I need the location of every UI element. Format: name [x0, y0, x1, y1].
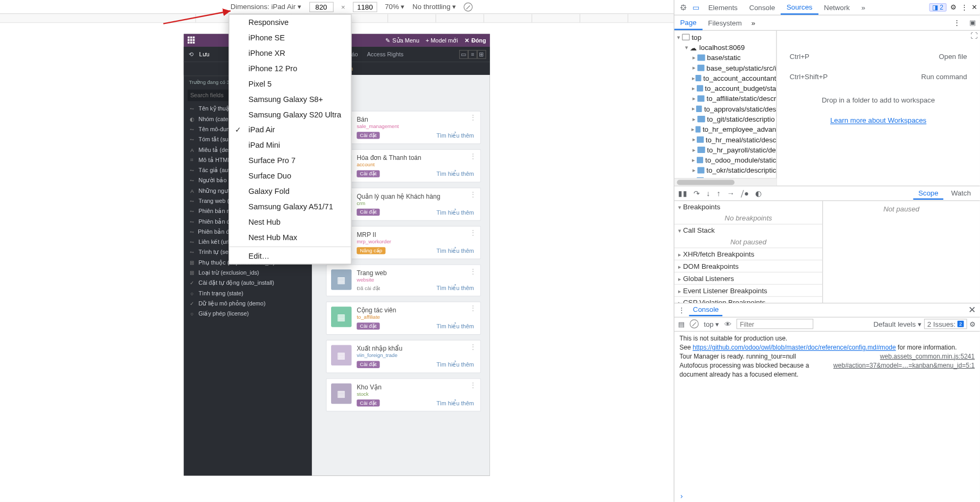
subtab-filesystem[interactable]: Filesystem	[703, 16, 748, 29]
throttling-dropdown[interactable]: No throttling ▾	[412, 3, 456, 11]
tree-row[interactable]: ▸to_git/static/descriptio	[674, 114, 776, 124]
device-menu-item[interactable]: Galaxy Fold	[229, 184, 351, 199]
open-file-action[interactable]: Open file	[939, 53, 967, 60]
field-row[interactable]: ✓Dữ liệu mô phỏng (demo)	[184, 299, 312, 309]
issues-box[interactable]: 2 Issues:2	[924, 319, 967, 329]
tree-row[interactable]: ▸to_odoo_module/static	[674, 155, 776, 165]
module-card[interactable]: ▦Cộng tác viênto_affiliateCài đặtTìm hiể…	[326, 302, 481, 335]
card-menu-icon[interactable]: ⋮	[470, 305, 476, 312]
section-header[interactable]: CSP Violation Breakpoints	[674, 297, 822, 303]
console-prompt[interactable]: ›	[674, 491, 980, 501]
device-menu-edit[interactable]: Edit…	[229, 249, 351, 264]
card-badge[interactable]: Cài đặt	[357, 209, 379, 216]
width-input[interactable]	[309, 2, 333, 12]
subnav-access[interactable]: Access Rights	[367, 51, 404, 57]
device-menu-item[interactable]: Samsung Galaxy S8+	[229, 91, 351, 107]
device-menu-item[interactable]: Samsung Galaxy A51/71	[229, 199, 351, 215]
debugger-section[interactable]: DOM Breakpoints	[674, 260, 822, 273]
levels-dropdown[interactable]: Default levels ▾	[873, 320, 921, 328]
tree-row[interactable]: ▸to_okr/static/descriptic	[674, 165, 776, 175]
card-menu-icon[interactable]: ⋮	[470, 114, 476, 121]
sources-more-icon[interactable]: ⋮	[949, 16, 966, 29]
tree-row[interactable]: ▸to_hr_payroll/static/de	[674, 144, 776, 155]
console-source-link[interactable]: web#action=37&model=…=kanban&menu_id=5:1	[833, 361, 975, 370]
device-menu-item[interactable]: Nest Hub Max	[229, 230, 351, 245]
tree-row[interactable]: ▸to_affiliate/static/descr	[674, 93, 776, 104]
card-menu-icon[interactable]: ⋮	[470, 152, 476, 159]
run-cmd-action[interactable]: Run command	[921, 73, 967, 80]
card-badge[interactable]: Cài đặt	[357, 322, 379, 329]
device-menu-item[interactable]: Responsive	[229, 15, 351, 30]
step-over-icon[interactable]: ↷	[694, 189, 700, 198]
devtools-more-icon[interactable]: ⋮	[961, 3, 968, 12]
card-menu-icon[interactable]: ⋮	[470, 343, 476, 350]
tab-sources[interactable]: Sources	[781, 1, 818, 15]
tabs-overflow-icon[interactable]: »	[856, 1, 871, 14]
expand-icon[interactable]: ⛶	[970, 32, 977, 39]
console-filter-input[interactable]	[737, 319, 814, 329]
save-button[interactable]: Lưu	[199, 51, 209, 57]
tab-network[interactable]: Network	[818, 1, 855, 14]
close-button[interactable]: ✕ Đóng	[464, 37, 486, 44]
context-dropdown[interactable]: top ▾	[704, 320, 719, 328]
debugger-section[interactable]: CSP Violation Breakpoints	[674, 297, 822, 303]
debugger-section[interactable]: BreakpointsNo breakpoints	[674, 201, 822, 225]
apps-icon[interactable]	[188, 37, 195, 44]
device-menu-item[interactable]: iPhone XR	[229, 46, 351, 61]
device-menu-item[interactable]: Samsung Galaxy S20 Ultra	[229, 107, 351, 122]
subtab-overflow-icon[interactable]: »	[748, 16, 759, 29]
tree-row[interactable]: ▸to_hr_employee_advan	[674, 124, 776, 134]
learn-more-link[interactable]: Tìm hiểu thêm	[436, 362, 474, 368]
debugger-section[interactable]: XHR/fetch Breakpoints	[674, 248, 822, 260]
device-menu-item[interactable]: Surface Duo	[229, 168, 351, 184]
dimensions-dropdown[interactable]: Dimensions: iPad Air ▾	[231, 3, 301, 11]
console-link[interactable]: https://github.com/odoo/owl/blob/master/…	[692, 343, 895, 350]
pause-exceptions-icon[interactable]: ◐	[755, 189, 762, 198]
workspace-learn-link[interactable]: Learn more about Workspaces	[830, 116, 926, 124]
module-card[interactable]: ▦Kho VậnstockCài đặtTìm hiểu thêm⋮	[326, 378, 481, 412]
learn-more-link[interactable]: Tìm hiểu thêm	[436, 400, 474, 406]
tree-scrollbar[interactable]	[674, 177, 777, 185]
step-icon[interactable]: →	[727, 189, 734, 198]
module-card[interactable]: ▦Xuất nhập khẩuviin_foreign_tradeCài đặt…	[326, 340, 481, 373]
section-header[interactable]: Call Stack	[674, 224, 822, 236]
console-output[interactable]: This is not suitable for production use.…	[674, 331, 980, 491]
section-header[interactable]: DOM Breakpoints	[674, 260, 822, 272]
tree-row[interactable]: ▸base_setup/static/src/i	[674, 63, 776, 73]
card-menu-icon[interactable]: ⋮	[470, 268, 476, 275]
learn-more-link[interactable]: Tìm hiểu thêm	[436, 171, 474, 177]
card-menu-icon[interactable]: ⋮	[470, 381, 476, 388]
tab-elements[interactable]: Elements	[703, 1, 744, 14]
tab-watch[interactable]: Watch	[946, 186, 976, 199]
panel-layout-icon[interactable]: ▣	[966, 16, 980, 29]
console-drawer-more-icon[interactable]: ⋮	[678, 305, 685, 314]
device-menu-item[interactable]: Surface Pro 7	[229, 153, 351, 168]
learn-more-link[interactable]: Tìm hiểu thêm	[436, 324, 474, 330]
card-menu-icon[interactable]: ⋮	[470, 229, 476, 236]
tree-row[interactable]: ▸to_account_budget/sta	[674, 83, 776, 93]
learn-more-link[interactable]: Tìm hiểu thêm	[436, 285, 474, 291]
learn-more-link[interactable]: Tìm hiểu thêm	[436, 209, 474, 216]
step-out-icon[interactable]: ↑	[716, 189, 720, 198]
module-card[interactable]: ▦Trang webwebsiteĐã cài đặtTìm hiểu thêm…	[326, 265, 481, 296]
file-tree[interactable]: ▾top▾☁localhost:8069▸base/static▸base_se…	[674, 31, 777, 185]
tree-row[interactable]: ▸to_approvals/static/des	[674, 104, 776, 114]
device-menu-item[interactable]: Pixel 5	[229, 76, 351, 91]
section-header[interactable]: Breakpoints	[674, 201, 822, 212]
section-header[interactable]: Global Listeners	[674, 273, 822, 284]
console-drawer-tab[interactable]: Console	[689, 303, 723, 316]
card-badge[interactable]: Cài đặt	[357, 171, 379, 177]
tree-row[interactable]: ▸to_hr_meal/static/desc	[674, 134, 776, 144]
tree-row[interactable]: ▸base/static	[674, 53, 776, 63]
tab-scope[interactable]: Scope	[913, 186, 943, 199]
tree-row[interactable]: ▾☁localhost:8069	[674, 42, 776, 53]
zoom-dropdown[interactable]: 70% ▾	[385, 3, 404, 11]
device-toggle-icon[interactable]: ▭	[690, 3, 703, 12]
tab-console[interactable]: Console	[744, 1, 781, 14]
pause-icon[interactable]: ▮▮	[678, 189, 687, 198]
view-kanban-icon[interactable]: ⊞	[477, 50, 486, 59]
learn-more-link[interactable]: Tìm hiểu thêm	[436, 132, 474, 139]
step-into-icon[interactable]: ↓	[706, 189, 710, 198]
field-row[interactable]: ✓Cài đặt tự động (auto_install)	[184, 278, 312, 288]
console-settings-icon[interactable]: ⚙	[969, 320, 976, 328]
